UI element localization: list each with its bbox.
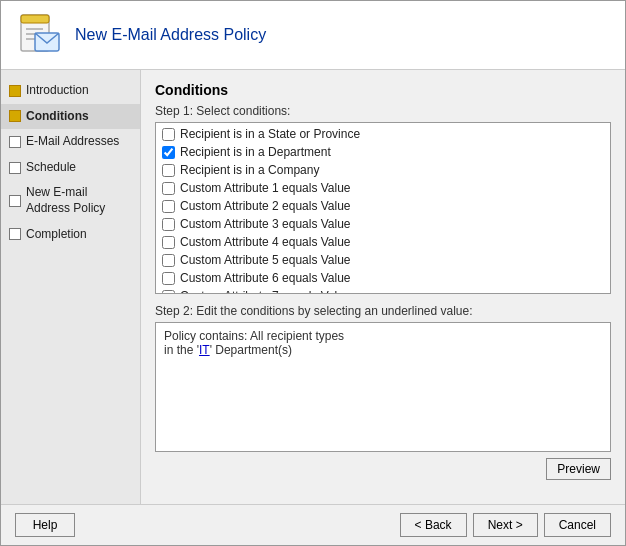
new-policy-bullet xyxy=(9,195,21,207)
condition-label-2: Recipient is in a Company xyxy=(180,163,319,177)
step1-label: Step 1: Select conditions: xyxy=(155,104,611,118)
sidebar-label-schedule: Schedule xyxy=(26,160,76,176)
sidebar-item-introduction[interactable]: Introduction xyxy=(1,78,140,104)
condition-checkbox-5[interactable] xyxy=(162,218,175,231)
sidebar-label-email-addresses: E-Mail Addresses xyxy=(26,134,119,150)
condition-item-1: Recipient is in a Department xyxy=(160,143,606,161)
main-content: Conditions Step 1: Select conditions: Re… xyxy=(141,70,625,504)
sidebar-item-conditions[interactable]: Conditions xyxy=(1,104,140,130)
condition-item-6: Custom Attribute 4 equals Value xyxy=(160,233,606,251)
cancel-button[interactable]: Cancel xyxy=(544,513,611,537)
condition-label-0: Recipient is in a State or Province xyxy=(180,127,360,141)
dialog-footer: Help < Back Next > Cancel xyxy=(1,504,625,545)
preview-row: Preview xyxy=(155,458,611,480)
footer-right: < Back Next > Cancel xyxy=(400,513,611,537)
conditions-list[interactable]: Recipient is in a State or ProvinceRecip… xyxy=(155,122,611,294)
policy-text-suffix: ' Department(s) xyxy=(210,343,292,357)
condition-item-3: Custom Attribute 1 equals Value xyxy=(160,179,606,197)
policy-text-link[interactable]: IT xyxy=(199,343,210,357)
condition-checkbox-9[interactable] xyxy=(162,290,175,295)
policy-text-line2: in the 'IT' Department(s) xyxy=(164,343,602,357)
condition-checkbox-4[interactable] xyxy=(162,200,175,213)
dialog-title: New E-Mail Address Policy xyxy=(75,26,266,44)
svg-rect-1 xyxy=(21,15,49,23)
condition-label-1: Recipient is in a Department xyxy=(180,145,331,159)
condition-label-6: Custom Attribute 4 equals Value xyxy=(180,235,351,249)
condition-item-2: Recipient is in a Company xyxy=(160,161,606,179)
back-button[interactable]: < Back xyxy=(400,513,467,537)
condition-checkbox-1[interactable] xyxy=(162,146,175,159)
condition-label-4: Custom Attribute 2 equals Value xyxy=(180,199,351,213)
condition-label-7: Custom Attribute 5 equals Value xyxy=(180,253,351,267)
sidebar-item-email-addresses[interactable]: E-Mail Addresses xyxy=(1,129,140,155)
step2-label: Step 2: Edit the conditions by selecting… xyxy=(155,304,611,318)
condition-checkbox-8[interactable] xyxy=(162,272,175,285)
sidebar-item-completion[interactable]: Completion xyxy=(1,222,140,248)
condition-checkbox-7[interactable] xyxy=(162,254,175,267)
schedule-bullet xyxy=(9,162,21,174)
condition-item-7: Custom Attribute 5 equals Value xyxy=(160,251,606,269)
conditions-bullet xyxy=(9,110,21,122)
sidebar-item-schedule[interactable]: Schedule xyxy=(1,155,140,181)
condition-item-9: Custom Attribute 7 equals Value xyxy=(160,287,606,294)
condition-item-5: Custom Attribute 3 equals Value xyxy=(160,215,606,233)
sidebar-label-new-policy: New E-mail Address Policy xyxy=(26,185,132,216)
section-title: Conditions xyxy=(155,82,611,98)
condition-checkbox-6[interactable] xyxy=(162,236,175,249)
condition-label-9: Custom Attribute 7 equals Value xyxy=(180,289,351,294)
policy-text-line1: Policy contains: All recipient types xyxy=(164,329,602,343)
policy-text-box: Policy contains: All recipient types in … xyxy=(155,322,611,452)
sidebar-label-conditions: Conditions xyxy=(26,109,89,125)
condition-checkbox-2[interactable] xyxy=(162,164,175,177)
condition-checkbox-0[interactable] xyxy=(162,128,175,141)
sidebar-label-introduction: Introduction xyxy=(26,83,89,99)
dialog: New E-Mail Address Policy Introduction C… xyxy=(0,0,626,546)
footer-left: Help xyxy=(15,513,75,537)
policy-text-prefix: Policy contains: All recipient types xyxy=(164,329,344,343)
condition-item-0: Recipient is in a State or Province xyxy=(160,125,606,143)
sidebar: Introduction Conditions E-Mail Addresses… xyxy=(1,70,141,504)
sidebar-item-new-policy[interactable]: New E-mail Address Policy xyxy=(1,180,140,221)
condition-item-4: Custom Attribute 2 equals Value xyxy=(160,197,606,215)
dialog-body: Introduction Conditions E-Mail Addresses… xyxy=(1,70,625,504)
sidebar-label-completion: Completion xyxy=(26,227,87,243)
help-button[interactable]: Help xyxy=(15,513,75,537)
condition-checkbox-3[interactable] xyxy=(162,182,175,195)
condition-item-8: Custom Attribute 6 equals Value xyxy=(160,269,606,287)
conditions-list-inner: Recipient is in a State or ProvinceRecip… xyxy=(156,123,610,294)
introduction-bullet xyxy=(9,85,21,97)
dialog-header: New E-Mail Address Policy xyxy=(1,1,625,70)
email-addresses-bullet xyxy=(9,136,21,148)
next-button[interactable]: Next > xyxy=(473,513,538,537)
email-policy-icon xyxy=(15,11,63,59)
condition-label-8: Custom Attribute 6 equals Value xyxy=(180,271,351,285)
condition-label-3: Custom Attribute 1 equals Value xyxy=(180,181,351,195)
completion-bullet xyxy=(9,228,21,240)
policy-text-in-the: in the ' xyxy=(164,343,199,357)
condition-label-5: Custom Attribute 3 equals Value xyxy=(180,217,351,231)
preview-button[interactable]: Preview xyxy=(546,458,611,480)
